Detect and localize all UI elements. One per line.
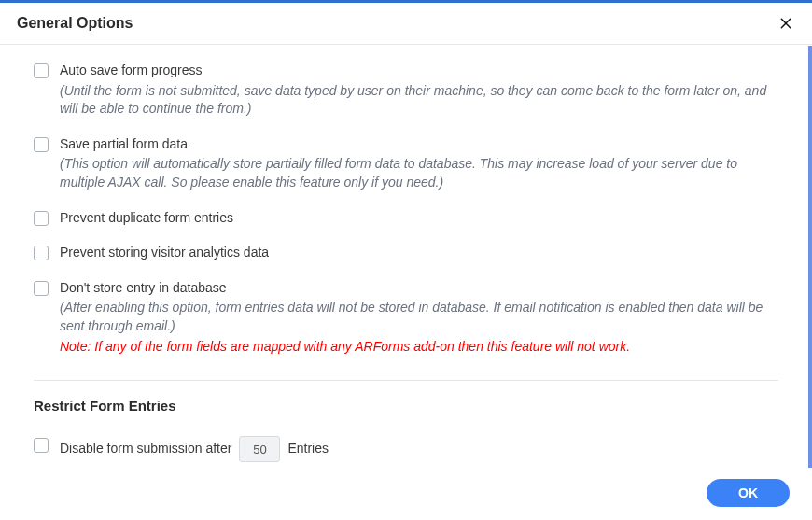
option-desc: (After enabling this option, form entrie… <box>60 299 778 335</box>
ok-button[interactable]: OK <box>707 479 790 507</box>
checkbox-disable-after[interactable] <box>34 438 49 453</box>
scrollbar-indicator[interactable] <box>808 46 812 473</box>
option-label-suffix: Entries <box>287 440 329 458</box>
option-label: Auto save form progress <box>60 62 778 80</box>
option-prevent-analytics: Prevent storing visitor analytics data <box>34 238 778 274</box>
close-button[interactable] <box>775 12 797 35</box>
entries-limit-input[interactable] <box>239 436 280 462</box>
checkbox-prevent-duplicate[interactable] <box>34 211 49 226</box>
dialog-title: General Options <box>17 15 133 32</box>
option-desc: (This option will automatically store pa… <box>60 155 778 191</box>
option-label-prefix: Disable form submission after <box>60 440 231 458</box>
option-dont-store: Don't store entry in database (After ena… <box>34 274 778 367</box>
checkbox-auto-save[interactable] <box>34 63 49 78</box>
option-auto-save: Auto save form progress (Until the form … <box>34 56 778 130</box>
checkbox-prevent-analytics[interactable] <box>34 246 49 260</box>
option-note: Note: If any of the form fields are mapp… <box>60 338 778 357</box>
option-label: Don't store entry in database <box>60 279 778 298</box>
option-save-partial: Save partial form data (This option will… <box>34 130 778 204</box>
option-disable-after: Disable form submission after Entries <box>34 430 778 471</box>
option-prevent-duplicate: Prevent duplicate form entries <box>34 204 778 239</box>
dialog-body: Auto save form progress (Until the form … <box>0 45 812 471</box>
dialog-header: General Options <box>0 3 812 45</box>
section-divider <box>34 380 778 381</box>
dialog-footer: OK <box>0 468 812 520</box>
option-label: Save partial form data <box>60 135 778 154</box>
section-title-restrict: Restrict Form Entries <box>34 398 778 414</box>
checkbox-dont-store[interactable] <box>34 281 49 296</box>
option-label: Prevent storing visitor analytics data <box>60 244 778 262</box>
option-desc: (Until the form is not submitted, save d… <box>60 82 778 119</box>
option-label: Prevent duplicate form entries <box>60 209 778 228</box>
close-icon <box>778 16 793 31</box>
checkbox-save-partial[interactable] <box>34 137 49 152</box>
